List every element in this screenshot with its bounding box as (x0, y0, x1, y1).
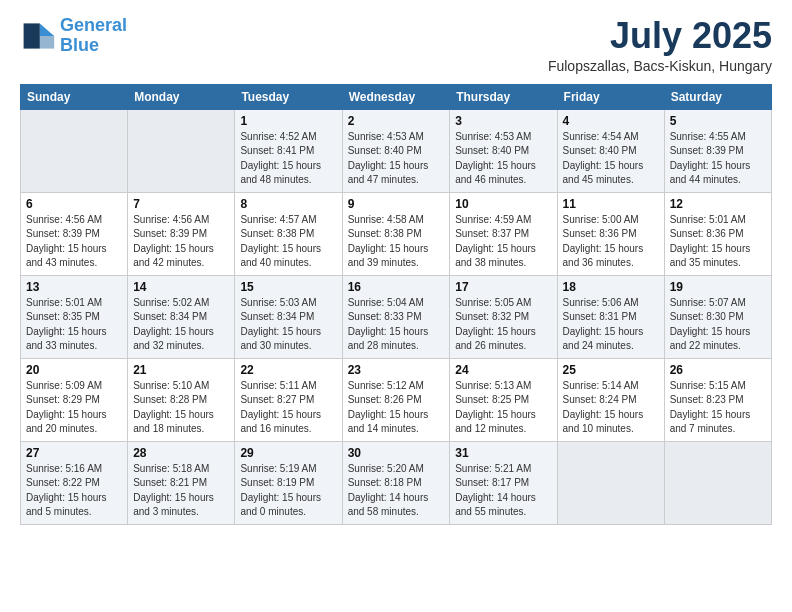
calendar-cell: 30Sunrise: 5:20 AM Sunset: 8:18 PM Dayli… (342, 441, 450, 524)
day-info: Sunrise: 4:53 AM Sunset: 8:40 PM Dayligh… (455, 130, 551, 188)
calendar-cell: 12Sunrise: 5:01 AM Sunset: 8:36 PM Dayli… (664, 192, 771, 275)
day-info: Sunrise: 5:11 AM Sunset: 8:27 PM Dayligh… (240, 379, 336, 437)
calendar-cell: 13Sunrise: 5:01 AM Sunset: 8:35 PM Dayli… (21, 275, 128, 358)
calendar-cell: 4Sunrise: 4:54 AM Sunset: 8:40 PM Daylig… (557, 109, 664, 192)
day-info: Sunrise: 4:56 AM Sunset: 8:39 PM Dayligh… (133, 213, 229, 271)
month-title: July 2025 (548, 16, 772, 56)
calendar-cell: 22Sunrise: 5:11 AM Sunset: 8:27 PM Dayli… (235, 358, 342, 441)
calendar-cell: 15Sunrise: 5:03 AM Sunset: 8:34 PM Dayli… (235, 275, 342, 358)
page-header: GeneralBlue July 2025 Fulopszallas, Bacs… (20, 16, 772, 74)
weekday-header: Thursday (450, 84, 557, 109)
day-number: 3 (455, 114, 551, 128)
day-number: 25 (563, 363, 659, 377)
calendar-cell: 14Sunrise: 5:02 AM Sunset: 8:34 PM Dayli… (128, 275, 235, 358)
location-title: Fulopszallas, Bacs-Kiskun, Hungary (548, 58, 772, 74)
day-number: 1 (240, 114, 336, 128)
day-number: 17 (455, 280, 551, 294)
calendar-week-row: 13Sunrise: 5:01 AM Sunset: 8:35 PM Dayli… (21, 275, 772, 358)
calendar-cell: 7Sunrise: 4:56 AM Sunset: 8:39 PM Daylig… (128, 192, 235, 275)
weekday-header: Friday (557, 84, 664, 109)
calendar-week-row: 20Sunrise: 5:09 AM Sunset: 8:29 PM Dayli… (21, 358, 772, 441)
calendar-cell: 9Sunrise: 4:58 AM Sunset: 8:38 PM Daylig… (342, 192, 450, 275)
day-info: Sunrise: 5:01 AM Sunset: 8:35 PM Dayligh… (26, 296, 122, 354)
day-number: 14 (133, 280, 229, 294)
day-info: Sunrise: 4:53 AM Sunset: 8:40 PM Dayligh… (348, 130, 445, 188)
calendar-cell: 24Sunrise: 5:13 AM Sunset: 8:25 PM Dayli… (450, 358, 557, 441)
day-info: Sunrise: 5:21 AM Sunset: 8:17 PM Dayligh… (455, 462, 551, 520)
day-info: Sunrise: 5:01 AM Sunset: 8:36 PM Dayligh… (670, 213, 766, 271)
day-info: Sunrise: 5:04 AM Sunset: 8:33 PM Dayligh… (348, 296, 445, 354)
day-info: Sunrise: 5:07 AM Sunset: 8:30 PM Dayligh… (670, 296, 766, 354)
day-number: 20 (26, 363, 122, 377)
day-number: 26 (670, 363, 766, 377)
day-info: Sunrise: 4:55 AM Sunset: 8:39 PM Dayligh… (670, 130, 766, 188)
day-info: Sunrise: 5:15 AM Sunset: 8:23 PM Dayligh… (670, 379, 766, 437)
calendar-cell: 25Sunrise: 5:14 AM Sunset: 8:24 PM Dayli… (557, 358, 664, 441)
calendar-cell: 28Sunrise: 5:18 AM Sunset: 8:21 PM Dayli… (128, 441, 235, 524)
calendar-cell: 20Sunrise: 5:09 AM Sunset: 8:29 PM Dayli… (21, 358, 128, 441)
day-info: Sunrise: 4:59 AM Sunset: 8:37 PM Dayligh… (455, 213, 551, 271)
weekday-header: Tuesday (235, 84, 342, 109)
calendar-cell: 27Sunrise: 5:16 AM Sunset: 8:22 PM Dayli… (21, 441, 128, 524)
day-number: 13 (26, 280, 122, 294)
day-info: Sunrise: 5:00 AM Sunset: 8:36 PM Dayligh… (563, 213, 659, 271)
calendar-week-row: 27Sunrise: 5:16 AM Sunset: 8:22 PM Dayli… (21, 441, 772, 524)
calendar-cell: 19Sunrise: 5:07 AM Sunset: 8:30 PM Dayli… (664, 275, 771, 358)
day-info: Sunrise: 5:20 AM Sunset: 8:18 PM Dayligh… (348, 462, 445, 520)
day-number: 24 (455, 363, 551, 377)
calendar-cell (664, 441, 771, 524)
calendar-cell: 17Sunrise: 5:05 AM Sunset: 8:32 PM Dayli… (450, 275, 557, 358)
day-number: 2 (348, 114, 445, 128)
day-info: Sunrise: 5:02 AM Sunset: 8:34 PM Dayligh… (133, 296, 229, 354)
day-number: 18 (563, 280, 659, 294)
calendar-cell: 16Sunrise: 5:04 AM Sunset: 8:33 PM Dayli… (342, 275, 450, 358)
day-number: 5 (670, 114, 766, 128)
day-number: 19 (670, 280, 766, 294)
day-number: 7 (133, 197, 229, 211)
calendar-cell: 2Sunrise: 4:53 AM Sunset: 8:40 PM Daylig… (342, 109, 450, 192)
day-number: 6 (26, 197, 122, 211)
day-number: 10 (455, 197, 551, 211)
day-info: Sunrise: 5:16 AM Sunset: 8:22 PM Dayligh… (26, 462, 122, 520)
calendar-cell: 5Sunrise: 4:55 AM Sunset: 8:39 PM Daylig… (664, 109, 771, 192)
day-number: 16 (348, 280, 445, 294)
weekday-header: Monday (128, 84, 235, 109)
day-number: 22 (240, 363, 336, 377)
calendar-cell: 8Sunrise: 4:57 AM Sunset: 8:38 PM Daylig… (235, 192, 342, 275)
calendar-header-row: SundayMondayTuesdayWednesdayThursdayFrid… (21, 84, 772, 109)
day-info: Sunrise: 4:57 AM Sunset: 8:38 PM Dayligh… (240, 213, 336, 271)
day-number: 30 (348, 446, 445, 460)
calendar-cell: 23Sunrise: 5:12 AM Sunset: 8:26 PM Dayli… (342, 358, 450, 441)
day-info: Sunrise: 5:09 AM Sunset: 8:29 PM Dayligh… (26, 379, 122, 437)
day-info: Sunrise: 5:03 AM Sunset: 8:34 PM Dayligh… (240, 296, 336, 354)
day-number: 23 (348, 363, 445, 377)
calendar-cell: 26Sunrise: 5:15 AM Sunset: 8:23 PM Dayli… (664, 358, 771, 441)
calendar-cell: 6Sunrise: 4:56 AM Sunset: 8:39 PM Daylig… (21, 192, 128, 275)
calendar-table: SundayMondayTuesdayWednesdayThursdayFrid… (20, 84, 772, 525)
day-number: 29 (240, 446, 336, 460)
calendar-cell: 29Sunrise: 5:19 AM Sunset: 8:19 PM Dayli… (235, 441, 342, 524)
calendar-cell: 18Sunrise: 5:06 AM Sunset: 8:31 PM Dayli… (557, 275, 664, 358)
logo: GeneralBlue (20, 16, 127, 56)
day-number: 12 (670, 197, 766, 211)
logo-icon (20, 18, 56, 54)
day-info: Sunrise: 4:54 AM Sunset: 8:40 PM Dayligh… (563, 130, 659, 188)
day-info: Sunrise: 5:13 AM Sunset: 8:25 PM Dayligh… (455, 379, 551, 437)
day-number: 21 (133, 363, 229, 377)
calendar-week-row: 1Sunrise: 4:52 AM Sunset: 8:41 PM Daylig… (21, 109, 772, 192)
day-info: Sunrise: 5:18 AM Sunset: 8:21 PM Dayligh… (133, 462, 229, 520)
calendar-cell: 10Sunrise: 4:59 AM Sunset: 8:37 PM Dayli… (450, 192, 557, 275)
calendar-cell (557, 441, 664, 524)
day-info: Sunrise: 4:52 AM Sunset: 8:41 PM Dayligh… (240, 130, 336, 188)
day-number: 9 (348, 197, 445, 211)
title-block: July 2025 Fulopszallas, Bacs-Kiskun, Hun… (548, 16, 772, 74)
day-number: 28 (133, 446, 229, 460)
day-number: 15 (240, 280, 336, 294)
svg-marker-1 (40, 36, 54, 49)
day-info: Sunrise: 5:19 AM Sunset: 8:19 PM Dayligh… (240, 462, 336, 520)
svg-marker-0 (40, 23, 54, 36)
calendar-cell (128, 109, 235, 192)
weekday-header: Saturday (664, 84, 771, 109)
day-number: 31 (455, 446, 551, 460)
svg-rect-2 (24, 23, 40, 48)
